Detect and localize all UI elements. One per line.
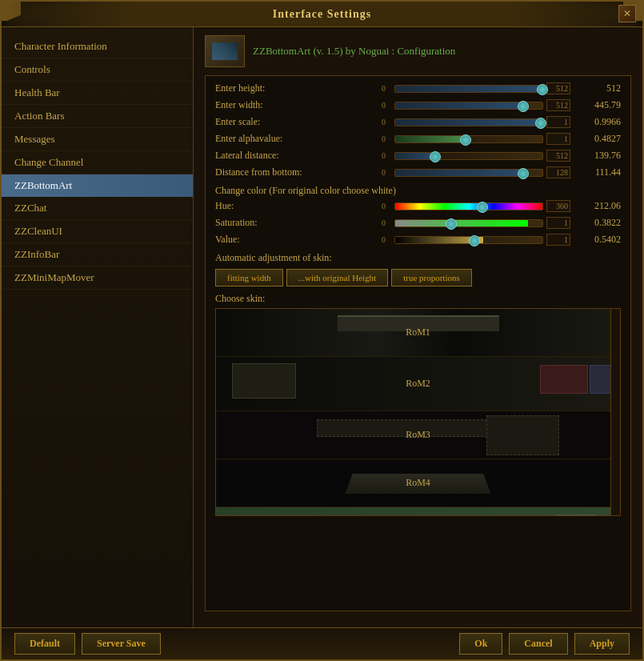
label-lateral: Lateral distance: bbox=[215, 150, 375, 162]
sidebar-item-health-bar[interactable]: Health Bar bbox=[2, 82, 193, 105]
slider-track-distance[interactable] bbox=[394, 169, 543, 177]
value-hue: 212.06 bbox=[577, 200, 621, 212]
sidebar-item-controls[interactable]: Controls bbox=[2, 58, 193, 82]
label-value: Value: bbox=[215, 234, 375, 246]
skin-rom2-label: RoM2 bbox=[406, 378, 430, 390]
slider-thumb-distance bbox=[518, 168, 529, 179]
slider-track-saturation[interactable] bbox=[394, 219, 543, 227]
slider-track-alpha[interactable] bbox=[394, 135, 543, 143]
content-area: ZZBottomArt (v. 1.5) by Noguai : Configu… bbox=[194, 27, 642, 627]
title-bar: Interface Settings ✕ bbox=[2, 2, 642, 27]
slider-lateral[interactable]: 0 512 bbox=[382, 150, 570, 162]
value-lateral: 139.76 bbox=[577, 150, 621, 162]
setting-row-saturation: Saturation: 0 1 0.3822 bbox=[215, 217, 621, 229]
setting-row-distance: Distance from bottom: 0 128 111.44 bbox=[215, 166, 621, 178]
slider-thumb-scale bbox=[535, 118, 546, 129]
sidebar-item-zzcleanui[interactable]: ZZCleanUI bbox=[2, 220, 193, 243]
value-height: 512 bbox=[577, 82, 621, 94]
value-saturation: 0.3822 bbox=[577, 217, 621, 229]
skin-cactus-thumb bbox=[556, 515, 596, 516]
skin-rom3-side bbox=[486, 415, 559, 455]
sidebar-item-character-information[interactable]: Character Information bbox=[2, 35, 193, 58]
slider-alpha[interactable]: 0 1 bbox=[382, 133, 570, 145]
sidebar: Character Information Controls Health Ba… bbox=[2, 27, 194, 627]
slider-thumb-saturation bbox=[446, 218, 457, 230]
close-button[interactable]: ✕ bbox=[618, 5, 636, 22]
slider-thumb-hue bbox=[477, 202, 488, 213]
settings-panel[interactable]: Enter height: 0 512 512 Enter width: bbox=[205, 75, 631, 611]
slider-saturation[interactable]: 0 1 bbox=[382, 217, 570, 229]
slider-scale[interactable]: 0 1 bbox=[382, 116, 570, 128]
skin-chooser[interactable]: RoM1 RoM2 RoM3 bbox=[215, 308, 621, 516]
label-distance: Distance from bottom: bbox=[215, 166, 375, 178]
skin-rom2-box1 bbox=[232, 363, 296, 399]
setting-row-lateral: Lateral distance: 0 512 139.76 bbox=[215, 150, 621, 162]
window-title: Interface Settings bbox=[273, 8, 371, 21]
label-width: Enter width: bbox=[215, 99, 375, 111]
skin-rom3-label: RoM3 bbox=[406, 429, 430, 441]
slider-value[interactable]: 0 1 bbox=[382, 234, 570, 246]
slider-thumb-height bbox=[537, 84, 548, 95]
value-width: 445.79 bbox=[577, 99, 621, 111]
skin-section-title: Automatic adjustment of skin: bbox=[215, 252, 621, 264]
plugin-title: ZZBottomArt (v. 1.5) by Noguai : Configu… bbox=[253, 45, 455, 58]
sidebar-item-zzinfobar[interactable]: ZZInfoBar bbox=[2, 243, 193, 266]
skin-item-cactus[interactable]: Cactus bbox=[216, 507, 620, 516]
cancel-button[interactable]: Cancel bbox=[509, 633, 567, 655]
label-alpha: Enter alphavalue: bbox=[215, 133, 375, 145]
label-saturation: Saturation: bbox=[215, 217, 375, 229]
ok-button[interactable]: Ok bbox=[459, 633, 502, 655]
btn-fitting-width[interactable]: fitting width bbox=[215, 269, 283, 286]
skin-rom2-box2 bbox=[540, 365, 588, 394]
plugin-icon bbox=[205, 35, 245, 67]
setting-row-height: Enter height: 0 512 512 bbox=[215, 82, 621, 94]
value-alpha: 0.4827 bbox=[577, 133, 621, 145]
slider-distance[interactable]: 0 128 bbox=[382, 166, 570, 178]
main-layout: Character Information Controls Health Ba… bbox=[2, 27, 642, 627]
slider-track-height[interactable] bbox=[394, 85, 543, 93]
sidebar-item-change-channel[interactable]: Change Channel bbox=[2, 151, 193, 174]
slider-thumb-lateral bbox=[430, 151, 441, 162]
skin-rom1-label: RoM1 bbox=[406, 326, 430, 339]
skin-item-rom4[interactable]: RoM4 bbox=[216, 459, 620, 507]
slider-track-scale[interactable] bbox=[394, 118, 543, 126]
btn-original-height[interactable]: ...with original Height bbox=[286, 269, 388, 286]
plugin-header: ZZBottomArt (v. 1.5) by Noguai : Configu… bbox=[205, 35, 631, 67]
apply-button[interactable]: Apply bbox=[574, 633, 630, 655]
slider-track-hue[interactable] bbox=[394, 202, 543, 210]
slider-thumb-alpha bbox=[460, 134, 471, 146]
slider-track-width[interactable] bbox=[394, 102, 543, 110]
btn-true-proportions[interactable]: true proportions bbox=[391, 269, 472, 286]
skin-rom2-box3 bbox=[590, 365, 612, 394]
color-section-title: Change color (For original color choose … bbox=[215, 185, 621, 197]
setting-row-alpha: Enter alphavalue: 0 1 0.4827 bbox=[215, 133, 621, 145]
skin-item-rom2[interactable]: RoM2 bbox=[216, 357, 620, 411]
server-save-button[interactable]: Server Save bbox=[82, 633, 161, 655]
skin-scrollbar[interactable] bbox=[610, 309, 620, 515]
sidebar-item-zzminimapover[interactable]: ZZMiniMapMover bbox=[2, 266, 193, 290]
setting-row-width: Enter width: 0 512 445.79 bbox=[215, 99, 621, 111]
skin-buttons: fitting width ...with original Height tr… bbox=[215, 269, 621, 286]
label-scale: Enter scale: bbox=[215, 116, 375, 128]
label-height: Enter height: bbox=[215, 82, 375, 94]
choose-skin-label: Choose skin: bbox=[215, 293, 621, 305]
skin-item-rom1[interactable]: RoM1 bbox=[216, 309, 620, 357]
setting-row-scale: Enter scale: 0 1 0.9966 bbox=[215, 116, 621, 128]
sidebar-item-action-bars[interactable]: Action Bars bbox=[2, 105, 193, 128]
label-hue: Hue: bbox=[215, 200, 375, 212]
setting-row-hue: Hue: 0 360 212.06 bbox=[215, 200, 621, 212]
window-frame: Interface Settings ✕ Character Informati… bbox=[0, 0, 644, 661]
sidebar-item-zzbottom-art[interactable]: ZZBottomArt bbox=[2, 174, 193, 197]
slider-width[interactable]: 0 512 bbox=[382, 99, 570, 111]
slider-track-lateral[interactable] bbox=[394, 152, 543, 160]
slider-hue[interactable]: 0 360 bbox=[382, 200, 570, 212]
sidebar-item-zzchat[interactable]: ZZChat bbox=[2, 197, 193, 220]
skin-rom4-label: RoM4 bbox=[406, 477, 430, 489]
sidebar-item-messages[interactable]: Messages bbox=[2, 128, 193, 151]
bottom-bar: Default Server Save Ok Cancel Apply bbox=[2, 627, 642, 659]
slider-track-value[interactable] bbox=[394, 236, 543, 244]
slider-thumb-width bbox=[518, 101, 529, 112]
skin-item-rom3[interactable]: RoM3 bbox=[216, 411, 620, 459]
default-button[interactable]: Default bbox=[14, 633, 75, 655]
slider-height[interactable]: 0 512 bbox=[382, 82, 570, 94]
